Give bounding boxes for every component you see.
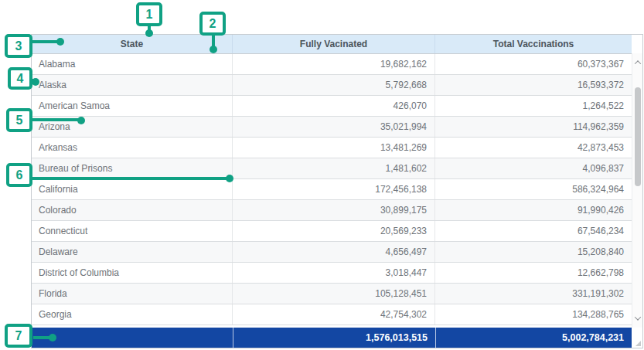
fully-vacinated-cell: 20,569,233 — [233, 221, 435, 241]
total-vaccinations-cell: 60,373,367 — [435, 54, 632, 74]
callout-dot-5 — [77, 117, 85, 124]
total-vaccinations-cell: 91,990,426 — [435, 200, 632, 220]
annotated-table-screenshot: State Fully Vacinated Total Vaccinations… — [0, 0, 644, 350]
total-fully-vacinated-cell: 1,576,013,515 — [233, 328, 435, 348]
table-row[interactable]: American Samoa426,0701,264,522 — [32, 96, 632, 117]
fully-vacinated-cell: 35,021,994 — [233, 117, 435, 137]
callout-stem-5 — [32, 118, 79, 121]
vaccinations-table: State Fully Vacinated Total Vaccinations… — [31, 34, 643, 348]
total-vaccinations-cell: 12,662,798 — [435, 263, 632, 283]
total-vaccinations-cell: 67,546,234 — [435, 221, 632, 241]
scroll-down-button[interactable] — [632, 312, 643, 325]
fully-vacinated-cell: 1,481,602 — [233, 158, 435, 178]
column-header-fully-vacinated[interactable]: Fully Vacinated — [233, 35, 435, 53]
state-cell: American Samoa — [32, 96, 233, 116]
scrollbar-thumb[interactable] — [635, 87, 641, 186]
callout-marker-1: 1 — [136, 2, 162, 26]
scroll-up-button[interactable] — [632, 56, 643, 69]
callout-dot-2 — [210, 46, 217, 53]
fully-vacinated-cell: 105,128,451 — [233, 284, 435, 304]
state-cell: Colorado — [32, 200, 233, 220]
table-body: Alabama19,682,16260,373,367Alaska5,792,6… — [32, 53, 632, 328]
table-row[interactable]: Arizona35,021,994114,962,359 — [32, 117, 632, 138]
callout-dot-7 — [49, 334, 56, 342]
fully-vacinated-cell: 42,754,302 — [233, 304, 435, 325]
vertical-scrollbar[interactable] — [632, 53, 642, 328]
state-cell: Arkansas — [32, 138, 233, 158]
table-row[interactable]: Bureau of Prisons1,481,6024,096,837 — [32, 158, 632, 179]
resize-grip-icon — [635, 341, 641, 346]
callout-marker-2: 2 — [199, 12, 226, 36]
chevron-down-icon — [635, 314, 641, 320]
callout-marker-4: 4 — [8, 67, 32, 90]
table-row[interactable]: Alabama19,682,16260,373,367 — [32, 54, 632, 75]
callout-marker-3: 3 — [5, 34, 32, 58]
state-cell: Alabama — [32, 54, 233, 74]
callout-dot-6 — [226, 175, 233, 182]
fully-vacinated-cell: 4,656,497 — [233, 242, 435, 262]
state-cell: Connecticut — [32, 221, 233, 241]
callout-dot-3 — [56, 38, 64, 46]
fully-vacinated-cell: 30,899,175 — [233, 200, 435, 220]
callout-marker-5: 5 — [6, 108, 32, 132]
table-header-row: State Fully Vacinated Total Vaccinations — [32, 35, 642, 53]
total-vaccinations-cell: 42,873,453 — [435, 138, 632, 158]
total-vaccinations-cell: 16,593,372 — [435, 75, 632, 95]
table-row[interactable]: Connecticut20,569,23367,546,234 — [32, 221, 632, 242]
total-total-vaccinations-cell: 5,002,784,231 — [435, 328, 632, 348]
fully-vacinated-cell: 426,070 — [233, 96, 435, 116]
total-vaccinations-cell: 4,096,837 — [435, 158, 632, 178]
state-cell: Alaska — [32, 75, 233, 95]
callout-stem-3 — [32, 40, 58, 43]
state-cell: Georgia — [32, 304, 233, 325]
callout-stem-7 — [33, 336, 50, 339]
callout-marker-7: 7 — [5, 324, 32, 348]
header-scrollbar-spacer — [632, 35, 642, 53]
table-row[interactable]: Florida105,128,451331,191,302 — [32, 284, 632, 304]
state-cell: Bureau of Prisons — [32, 158, 233, 178]
callout-dot-4 — [32, 78, 39, 86]
fully-vacinated-cell: 3,018,447 — [233, 263, 435, 283]
callout-dot-1 — [145, 29, 153, 37]
table-row[interactable]: Colorado30,899,17591,990,426 — [32, 200, 632, 221]
table-row[interactable]: Arkansas13,481,26942,873,453 — [32, 138, 632, 158]
table-row[interactable]: Delaware4,656,49715,208,840 — [32, 242, 632, 263]
column-header-total-vaccinations[interactable]: Total Vaccinations — [435, 35, 632, 53]
total-vaccinations-cell: 134,288,765 — [435, 304, 632, 325]
total-vaccinations-cell: 1,264,522 — [435, 96, 632, 116]
table-row[interactable]: Georgia42,754,302134,288,765 — [32, 304, 632, 325]
fully-vacinated-cell: 19,682,162 — [233, 54, 435, 74]
table-row[interactable]: California172,456,138586,324,964 — [32, 179, 632, 200]
state-cell: District of Columbia — [32, 263, 233, 283]
callout-stem-6 — [32, 177, 227, 180]
callout-marker-6: 6 — [6, 163, 32, 187]
state-cell: Florida — [32, 284, 233, 304]
table-total-row: 1,576,013,515 5,002,784,231 — [32, 328, 632, 348]
state-cell: Delaware — [32, 242, 233, 262]
fully-vacinated-cell: 13,481,269 — [233, 138, 435, 158]
fully-vacinated-cell: 172,456,138 — [233, 179, 435, 199]
total-vaccinations-cell: 15,208,840 — [435, 242, 632, 262]
callout-stem-2 — [212, 34, 215, 46]
total-vaccinations-cell: 114,962,359 — [435, 117, 632, 137]
total-vaccinations-cell: 586,324,964 — [435, 179, 632, 199]
table-row[interactable]: Alaska5,792,66816,593,372 — [32, 75, 632, 96]
chevron-up-icon — [635, 60, 641, 66]
total-vaccinations-cell: 331,191,302 — [435, 284, 632, 304]
fully-vacinated-cell: 5,792,668 — [233, 75, 435, 95]
table-row[interactable]: District of Columbia3,018,44712,662,798 — [32, 263, 632, 284]
total-state-cell — [32, 328, 233, 348]
state-cell: California — [32, 179, 233, 199]
